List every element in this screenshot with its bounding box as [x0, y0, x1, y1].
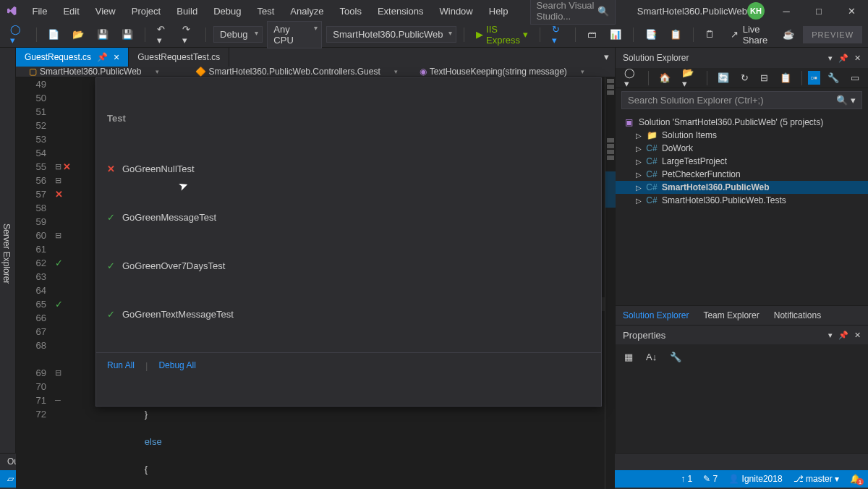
menu-analyze[interactable]: Analyze	[283, 3, 331, 20]
changes-indicator[interactable]: ✎ 7	[703, 474, 718, 484]
test-row-1[interactable]: ✓GoGreenMessageTest	[96, 207, 601, 228]
tab-team-explorer[interactable]: Team Explorer	[696, 306, 766, 325]
notification-bell[interactable]: 🔔1	[850, 474, 861, 484]
tool-button-1[interactable]: 🗃	[583, 26, 601, 43]
se-refresh-button[interactable]: ↻	[736, 69, 753, 86]
tool-button-2[interactable]: 📊	[605, 26, 626, 43]
run-all-link[interactable]: Run All	[107, 359, 135, 373]
se-props-button[interactable]: 🔧	[823, 69, 843, 86]
menu-tools[interactable]: Tools	[333, 3, 369, 20]
platform-combo[interactable]: Any CPU	[267, 21, 322, 48]
liveshare-button[interactable]: ↗ Live Share	[731, 24, 775, 46]
breadcrumb-project[interactable]: ▢ SmartHotel360.PublicWeb	[22, 67, 166, 77]
close-icon[interactable]: ×	[114, 51, 119, 63]
breadcrumb-method[interactable]: ◉ TextHouseKeeping(string message)	[412, 67, 592, 77]
menu-view[interactable]: View	[88, 3, 123, 20]
se-scope-button[interactable]: 📂 ▾	[678, 64, 701, 92]
quick-launch-search[interactable]: Search Visual Studio... 🔍	[530, 0, 616, 25]
open-button[interactable]: 📂	[68, 26, 88, 43]
pin-button[interactable]: 📌	[838, 331, 848, 340]
wrench-button[interactable]: 🔧	[665, 349, 686, 365]
se-files-button[interactable]: 📋	[775, 69, 796, 86]
undo-button[interactable]: ↶ ▾	[153, 21, 174, 48]
categorize-button[interactable]: ▦	[620, 349, 637, 365]
redo-button[interactable]: ↷ ▾	[178, 21, 199, 48]
menu-build[interactable]: Build	[169, 3, 205, 20]
separator	[540, 27, 540, 42]
upload-indicator[interactable]: ↑ 1	[681, 474, 692, 484]
save-button[interactable]: 💾	[93, 26, 113, 43]
window-controls: KH ─ □ ✕	[747, 2, 862, 20]
status-icon: ▱	[7, 474, 14, 484]
se-search-input[interactable]: Search Solution Explorer (Ctrl+;) 🔍 ▾	[621, 91, 862, 109]
csproj-icon: C#	[646, 169, 658, 179]
se-show-all-button[interactable]: ▫▪	[808, 71, 820, 85]
menu-test[interactable]: Test	[250, 3, 281, 20]
maximize-button[interactable]: □	[808, 6, 830, 17]
tree-item-petchecker[interactable]: ▷C#PetCheckerFunction	[616, 168, 868, 181]
menu-help[interactable]: Help	[482, 3, 516, 20]
menu-debug[interactable]: Debug	[206, 3, 248, 20]
tab-guestrequest[interactable]: GuestRequest.cs 📌 ×	[16, 48, 129, 67]
code-area[interactable]: Test ✕GoGreenNullTest ✓GoGreenMessageTes…	[95, 77, 605, 489]
chevron-icon: ▷	[636, 171, 642, 179]
refresh-button[interactable]: ↻ ▾	[548, 21, 569, 48]
tab-overflow-button[interactable]: ▾	[598, 48, 615, 67]
project-icon: ▢	[29, 67, 37, 77]
menu-extensions[interactable]: Extensions	[370, 3, 431, 20]
alpha-button[interactable]: A↓	[642, 349, 661, 365]
user-avatar[interactable]: KH	[747, 2, 765, 20]
branch-indicator[interactable]: ⎇ master ▾	[793, 474, 839, 484]
menu-project[interactable]: Project	[124, 3, 168, 20]
pin-icon[interactable]: 📌	[97, 52, 108, 62]
test-row-0[interactable]: ✕GoGreenNullTest	[96, 158, 601, 179]
config-combo[interactable]: Debug	[213, 26, 263, 43]
run-button[interactable]: ▶ IIS Express ▾	[472, 21, 532, 48]
test-row-2[interactable]: ✓GoGreenOver7DaysTest	[96, 255, 601, 276]
menu-window[interactable]: Window	[433, 3, 480, 20]
menu-file[interactable]: File	[25, 3, 54, 20]
feedback-button[interactable]: ☕	[778, 26, 799, 43]
tool-button-3[interactable]: 📑	[641, 26, 661, 43]
tree-item-dowork[interactable]: ▷C#DoWork	[616, 142, 868, 155]
se-preview-button[interactable]: ▭	[846, 69, 864, 86]
dropdown-button[interactable]: ▾	[828, 331, 833, 340]
test-row-3[interactable]: ✓GoGreenTextMessageTest	[96, 304, 601, 325]
line-gutter: 4950515253545556575859606162636465666768…	[16, 77, 52, 489]
panel-header: Solution Explorer ▾ 📌 ✕	[616, 48, 868, 68]
vs-logo-icon	[6, 4, 17, 18]
menu-edit[interactable]: Edit	[56, 3, 86, 20]
tool-button-4[interactable]: 📋	[665, 26, 686, 43]
save-all-button[interactable]: 💾	[117, 26, 137, 43]
tree-item-tests[interactable]: ▷C#SmartHotel360.PublicWeb.Tests	[616, 194, 868, 207]
tab-notifications[interactable]: Notifications	[767, 306, 828, 325]
nav-back-button[interactable]: ◯ ▾	[6, 21, 29, 48]
new-file-button[interactable]: 📄	[43, 26, 64, 43]
tree-item-solution-items[interactable]: ▷📁Solution Items	[616, 129, 868, 142]
startup-combo[interactable]: SmartHotel360.PublicWeb	[326, 26, 456, 43]
server-explorer-tab[interactable]: Server Explorer	[0, 55, 13, 453]
close-panel-button[interactable]: ✕	[854, 54, 861, 63]
pin-button[interactable]: 📌	[838, 54, 848, 63]
se-home-button[interactable]: 🏠	[655, 69, 675, 86]
minimap-scrollbar[interactable]	[605, 77, 615, 489]
tree-item-largetest[interactable]: ▷C#LargeTestProject	[616, 155, 868, 168]
breadcrumb-class[interactable]: 🔶 SmartHotel360.PublicWeb.Controllers.Gu…	[188, 67, 405, 77]
dropdown-button[interactable]: ▾	[828, 54, 833, 63]
tool-button-5[interactable]: 🗒	[701, 26, 719, 43]
se-sync-button[interactable]: 🔄	[713, 69, 733, 86]
tab-guestrequesttest[interactable]: GuestRequestTest.cs	[129, 48, 229, 67]
solution-node[interactable]: ▣ Solution 'SmartHotel360.PublicWeb' (5 …	[616, 116, 868, 129]
tree-item-publicweb[interactable]: ▷C#SmartHotel360.PublicWeb	[616, 181, 868, 194]
minimize-button[interactable]: ─	[775, 6, 797, 17]
separator	[693, 27, 694, 42]
properties-toolbar: ▦ A↓ 🔧	[620, 349, 864, 365]
tab-solution-explorer[interactable]: Solution Explorer	[616, 306, 696, 325]
se-collapse-button[interactable]: ⊟	[756, 69, 773, 86]
preview-button[interactable]: PREVIEW	[803, 26, 862, 43]
user-indicator[interactable]: 👤 Ignite2018	[728, 474, 782, 484]
close-button[interactable]: ✕	[841, 6, 862, 17]
close-button[interactable]: ✕	[854, 331, 861, 340]
debug-all-link[interactable]: Debug All	[158, 359, 195, 373]
se-back-button[interactable]: ◯ ▾	[620, 64, 642, 92]
